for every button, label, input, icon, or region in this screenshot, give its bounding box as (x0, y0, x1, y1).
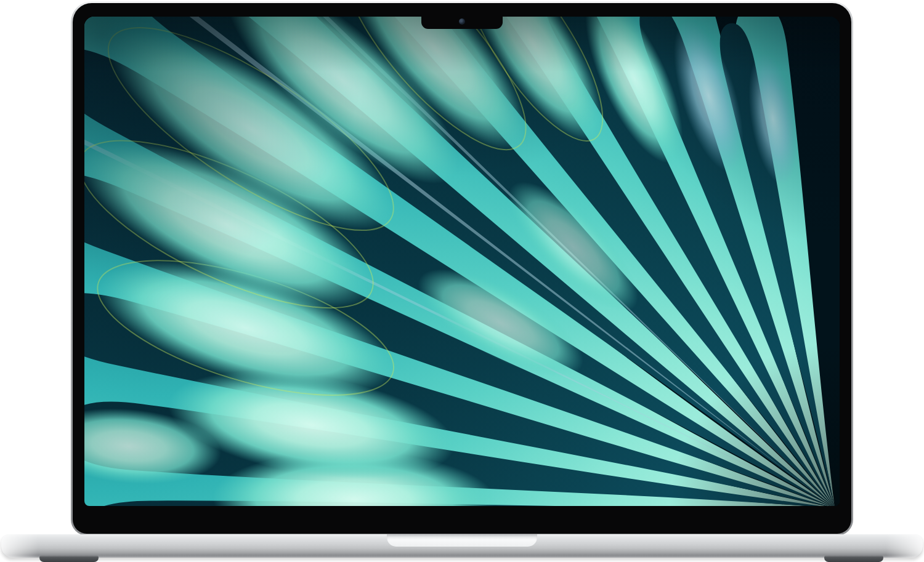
display-notch (421, 17, 503, 29)
lid-lift-notch (387, 534, 537, 547)
vignette (84, 17, 840, 506)
wallpaper-screen (84, 17, 840, 506)
display-bezel (73, 3, 851, 534)
fan-wallpaper (84, 17, 840, 506)
webcam-dot (459, 18, 465, 25)
base-deck (1, 534, 923, 558)
laptop-lid-frame (71, 1, 853, 536)
rubber-foot-right (824, 555, 883, 562)
rubber-foot-left (39, 555, 99, 562)
product-photo (0, 0, 924, 562)
